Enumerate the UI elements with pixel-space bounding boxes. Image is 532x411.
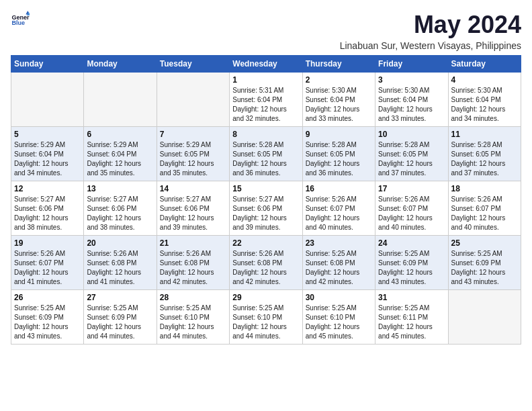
- logo: General Blue: [11, 11, 30, 30]
- calendar-cell: 8Sunrise: 5:28 AM Sunset: 6:05 PM Daylig…: [230, 127, 302, 181]
- day-of-week-header: Saturday: [448, 56, 521, 73]
- day-number: 20: [87, 238, 153, 248]
- day-of-week-header: Sunday: [11, 56, 84, 73]
- day-number: 5: [14, 130, 81, 139]
- day-info: Sunrise: 5:25 AM Sunset: 6:09 PM Dayligh…: [378, 249, 445, 287]
- header: General Blue May 2024 Linabuan Sur, West…: [11, 11, 521, 51]
- day-number: 30: [306, 293, 372, 302]
- calendar-cell: 24Sunrise: 5:25 AM Sunset: 6:09 PM Dayli…: [375, 236, 448, 290]
- calendar-cell: 15Sunrise: 5:27 AM Sunset: 6:06 PM Dayli…: [230, 181, 302, 236]
- day-number: 29: [232, 293, 299, 302]
- calendar-cell: 26Sunrise: 5:25 AM Sunset: 6:09 PM Dayli…: [11, 290, 84, 345]
- day-info: Sunrise: 5:28 AM Sunset: 6:05 PM Dayligh…: [306, 140, 372, 178]
- day-number: 25: [451, 238, 518, 248]
- day-number: 14: [160, 184, 226, 193]
- day-info: Sunrise: 5:26 AM Sunset: 6:07 PM Dayligh…: [14, 249, 81, 287]
- day-of-week-header: Friday: [375, 56, 448, 73]
- day-info: Sunrise: 5:26 AM Sunset: 6:07 PM Dayligh…: [451, 195, 518, 232]
- day-info: Sunrise: 5:29 AM Sunset: 6:04 PM Dayligh…: [87, 140, 153, 178]
- day-number: 16: [306, 184, 372, 193]
- day-of-week-header: Wednesday: [230, 56, 302, 73]
- day-info: Sunrise: 5:26 AM Sunset: 6:07 PM Dayligh…: [306, 195, 372, 232]
- day-info: Sunrise: 5:28 AM Sunset: 6:05 PM Dayligh…: [378, 140, 445, 178]
- day-info: Sunrise: 5:27 AM Sunset: 6:06 PM Dayligh…: [14, 195, 81, 232]
- calendar-cell: 9Sunrise: 5:28 AM Sunset: 6:05 PM Daylig…: [302, 127, 375, 181]
- day-info: Sunrise: 5:25 AM Sunset: 6:08 PM Dayligh…: [306, 249, 372, 287]
- calendar-cell: [448, 290, 521, 345]
- calendar-cell: 23Sunrise: 5:25 AM Sunset: 6:08 PM Dayli…: [302, 236, 375, 290]
- day-info: Sunrise: 5:25 AM Sunset: 6:11 PM Dayligh…: [378, 304, 445, 341]
- day-number: 1: [232, 75, 299, 85]
- day-info: Sunrise: 5:29 AM Sunset: 6:04 PM Dayligh…: [14, 140, 81, 178]
- day-number: 28: [160, 293, 226, 302]
- calendar-cell: 4Sunrise: 5:30 AM Sunset: 6:04 PM Daylig…: [448, 73, 521, 127]
- day-number: 7: [160, 130, 226, 139]
- day-info: Sunrise: 5:25 AM Sunset: 6:09 PM Dayligh…: [14, 304, 81, 341]
- calendar-cell: 5Sunrise: 5:29 AM Sunset: 6:04 PM Daylig…: [11, 127, 84, 181]
- calendar-cell: 19Sunrise: 5:26 AM Sunset: 6:07 PM Dayli…: [11, 236, 84, 290]
- day-info: Sunrise: 5:25 AM Sunset: 6:10 PM Dayligh…: [232, 304, 299, 341]
- calendar-cell: 11Sunrise: 5:28 AM Sunset: 6:05 PM Dayli…: [448, 127, 521, 181]
- calendar-cell: [84, 73, 157, 127]
- calendar-cell: 3Sunrise: 5:30 AM Sunset: 6:04 PM Daylig…: [375, 73, 448, 127]
- day-info: Sunrise: 5:29 AM Sunset: 6:05 PM Dayligh…: [160, 140, 226, 178]
- day-number: 19: [14, 238, 81, 248]
- day-number: 18: [451, 184, 518, 193]
- main-title: May 2024: [340, 11, 521, 39]
- day-of-week-header: Monday: [84, 56, 157, 73]
- day-info: Sunrise: 5:28 AM Sunset: 6:05 PM Dayligh…: [232, 140, 299, 178]
- calendar-cell: 18Sunrise: 5:26 AM Sunset: 6:07 PM Dayli…: [448, 181, 521, 236]
- day-number: 4: [451, 75, 518, 85]
- day-info: Sunrise: 5:31 AM Sunset: 6:04 PM Dayligh…: [232, 86, 299, 124]
- day-info: Sunrise: 5:25 AM Sunset: 6:09 PM Dayligh…: [87, 304, 153, 341]
- day-number: 21: [160, 238, 226, 248]
- calendar-cell: 27Sunrise: 5:25 AM Sunset: 6:09 PM Dayli…: [84, 290, 157, 345]
- title-area: May 2024 Linabuan Sur, Western Visayas, …: [340, 11, 521, 51]
- day-info: Sunrise: 5:25 AM Sunset: 6:10 PM Dayligh…: [306, 304, 372, 341]
- day-number: 11: [451, 130, 518, 139]
- day-info: Sunrise: 5:27 AM Sunset: 6:06 PM Dayligh…: [160, 195, 226, 232]
- day-number: 12: [14, 184, 81, 193]
- calendar-cell: 25Sunrise: 5:25 AM Sunset: 6:09 PM Dayli…: [448, 236, 521, 290]
- day-info: Sunrise: 5:30 AM Sunset: 6:04 PM Dayligh…: [378, 86, 445, 124]
- svg-text:Blue: Blue: [11, 19, 25, 26]
- day-number: 27: [87, 293, 153, 302]
- day-number: 13: [87, 184, 153, 193]
- day-number: 8: [232, 130, 299, 139]
- day-number: 24: [378, 238, 445, 248]
- calendar-cell: 14Sunrise: 5:27 AM Sunset: 6:06 PM Dayli…: [157, 181, 229, 236]
- day-number: 6: [87, 130, 153, 139]
- day-number: 3: [378, 75, 445, 85]
- calendar-cell: 16Sunrise: 5:26 AM Sunset: 6:07 PM Dayli…: [302, 181, 375, 236]
- day-info: Sunrise: 5:25 AM Sunset: 6:10 PM Dayligh…: [160, 304, 226, 341]
- calendar-cell: 20Sunrise: 5:26 AM Sunset: 6:08 PM Dayli…: [84, 236, 157, 290]
- calendar-cell: 1Sunrise: 5:31 AM Sunset: 6:04 PM Daylig…: [230, 73, 302, 127]
- day-number: 22: [232, 238, 299, 248]
- day-info: Sunrise: 5:26 AM Sunset: 6:08 PM Dayligh…: [87, 249, 153, 287]
- day-number: 17: [378, 184, 445, 193]
- calendar-cell: 31Sunrise: 5:25 AM Sunset: 6:11 PM Dayli…: [375, 290, 448, 345]
- calendar-table: SundayMondayTuesdayWednesdayThursdayFrid…: [11, 55, 521, 345]
- day-info: Sunrise: 5:27 AM Sunset: 6:06 PM Dayligh…: [87, 195, 153, 232]
- calendar-cell: [157, 73, 229, 127]
- calendar-cell: 29Sunrise: 5:25 AM Sunset: 6:10 PM Dayli…: [230, 290, 302, 345]
- day-number: 23: [306, 238, 372, 248]
- day-info: Sunrise: 5:26 AM Sunset: 6:07 PM Dayligh…: [378, 195, 445, 232]
- day-info: Sunrise: 5:26 AM Sunset: 6:08 PM Dayligh…: [232, 249, 299, 287]
- day-info: Sunrise: 5:26 AM Sunset: 6:08 PM Dayligh…: [160, 249, 226, 287]
- calendar-cell: 13Sunrise: 5:27 AM Sunset: 6:06 PM Dayli…: [84, 181, 157, 236]
- day-of-week-header: Thursday: [302, 56, 375, 73]
- calendar-cell: 22Sunrise: 5:26 AM Sunset: 6:08 PM Dayli…: [230, 236, 302, 290]
- day-info: Sunrise: 5:30 AM Sunset: 6:04 PM Dayligh…: [451, 86, 518, 124]
- day-info: Sunrise: 5:28 AM Sunset: 6:05 PM Dayligh…: [451, 140, 518, 178]
- calendar-cell: 30Sunrise: 5:25 AM Sunset: 6:10 PM Dayli…: [302, 290, 375, 345]
- calendar-cell: 17Sunrise: 5:26 AM Sunset: 6:07 PM Dayli…: [375, 181, 448, 236]
- day-number: 2: [306, 75, 372, 85]
- day-number: 31: [378, 293, 445, 302]
- calendar-cell: 21Sunrise: 5:26 AM Sunset: 6:08 PM Dayli…: [157, 236, 229, 290]
- day-number: 26: [14, 293, 81, 302]
- logo-icon: General Blue: [11, 11, 30, 30]
- calendar-cell: 6Sunrise: 5:29 AM Sunset: 6:04 PM Daylig…: [84, 127, 157, 181]
- day-number: 15: [232, 184, 299, 193]
- calendar-cell: 12Sunrise: 5:27 AM Sunset: 6:06 PM Dayli…: [11, 181, 84, 236]
